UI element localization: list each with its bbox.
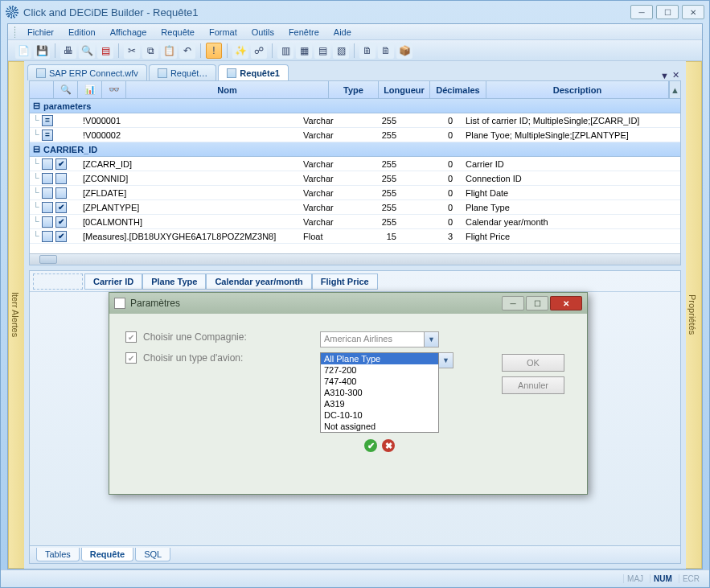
right-panel-tab[interactable]: Propriétés (686, 61, 702, 569)
panel3-icon[interactable]: ▤ (314, 43, 330, 59)
pivot-flight-price[interactable]: Flight Price (312, 273, 378, 290)
pdf-icon[interactable]: ▤ (97, 43, 113, 59)
dialog-minimize-button[interactable]: ─ (502, 296, 524, 310)
collapse-icon[interactable]: ⊟ (33, 144, 40, 154)
menu-fichier[interactable]: Fichier (21, 26, 60, 39)
col-nom[interactable]: Nom (126, 81, 329, 98)
row-checkbox[interactable] (55, 202, 67, 213)
dialog-maximize-button[interactable]: ☐ (526, 296, 548, 310)
list-option[interactable]: A310-300 (321, 387, 438, 398)
glasses-icon[interactable]: 👓 (102, 81, 126, 98)
paste-icon[interactable]: 📋 (161, 43, 177, 59)
grid-row[interactable]: └[ZPLANTYPE]Varchar2550Plane Type (30, 200, 680, 215)
list-option[interactable]: DC-10-10 (321, 409, 438, 421)
planetype-listbox[interactable]: All Plane Type727-200747-400A310-300A319… (320, 352, 439, 433)
company-combo[interactable]: American Airlines ▼ (320, 331, 439, 347)
doc1-icon[interactable]: 🗎 (359, 43, 376, 59)
pivot-dropzone[interactable] (33, 273, 83, 290)
menu-outils[interactable]: Outils (245, 26, 281, 39)
collapse-icon[interactable]: ⊟ (33, 101, 40, 111)
list-option[interactable]: All Plane Type (321, 353, 438, 364)
cut-icon[interactable]: ✂ (124, 43, 140, 59)
menu-affichage[interactable]: Affichage (104, 26, 154, 39)
save-icon[interactable]: 💾 (34, 43, 50, 59)
grid-row[interactable]: └!V000001Varchar2550List of carrier ID; … (30, 113, 680, 128)
dialog-close-button[interactable]: ✕ (550, 296, 582, 310)
row-checkbox[interactable] (42, 216, 53, 228)
grid-row[interactable]: └[0CALMONTH]Varchar2550Calendar year/mon… (30, 215, 680, 229)
panel1-icon[interactable]: ▥ (277, 43, 293, 59)
run-icon[interactable]: ! (206, 43, 222, 59)
tab-sql[interactable]: SQL (135, 548, 170, 561)
filetab-sap[interactable]: SAP ERP Connect.wfv (27, 64, 147, 80)
search-icon[interactable]: 🔍 (54, 81, 78, 98)
grid-row[interactable]: └[Measures].[DB18UXYGHE6A17L8POZ2MZ3N8]F… (30, 229, 680, 244)
tabs-close-icon[interactable]: ✕ (672, 70, 679, 80)
print-icon[interactable]: 🖶 (60, 43, 76, 59)
link-icon[interactable]: ☍ (251, 43, 267, 59)
grid-row[interactable]: └[ZFLDATE]Varchar2550Flight Date (30, 186, 680, 200)
menu-requete[interactable]: Requête (154, 26, 201, 39)
grid-section[interactable]: ⊟ CARRIER_ID (30, 142, 680, 157)
col-decimales[interactable]: Décimales (430, 81, 486, 98)
confirm-ok-icon[interactable]: ✔ (364, 439, 377, 452)
filetab-requete-short[interactable]: Requêt… (149, 64, 216, 80)
ok-button[interactable]: OK (502, 354, 564, 372)
filetab-requete1[interactable]: Requête1 (218, 64, 289, 80)
list-option[interactable]: 747-400 (321, 376, 438, 387)
pivot-plane-type[interactable]: Plane Type (142, 273, 206, 290)
row-checkbox[interactable] (42, 187, 53, 199)
row-checkbox[interactable] (42, 202, 53, 213)
grid-row[interactable]: └[ZCONNID]Varchar2550Connection ID (30, 171, 680, 186)
row-checkbox[interactable] (55, 187, 67, 199)
doc2-icon[interactable]: 🗎 (378, 43, 394, 59)
box-icon[interactable]: 📦 (396, 43, 412, 59)
dialog-titlebar[interactable]: Paramètres ─ ☐ ✕ (109, 293, 587, 314)
grid-section[interactable]: ⊟ parameters (30, 99, 680, 113)
chevron-down-icon[interactable]: ▼ (424, 332, 438, 347)
confirm-cancel-icon[interactable]: ✖ (382, 439, 395, 452)
horizontal-scrollbar[interactable] (30, 253, 680, 265)
preview-icon[interactable]: 🔍 (79, 43, 95, 59)
row-checkbox[interactable] (42, 130, 53, 141)
row-checkbox[interactable] (55, 158, 67, 170)
grid-row[interactable]: └!V000002Varchar2550Plane Tyoe; Multiple… (30, 128, 680, 142)
scroll-up-icon[interactable]: ▲ (669, 81, 680, 98)
minimize-button[interactable]: ─ (630, 5, 653, 19)
maximize-button[interactable]: ☐ (656, 5, 679, 19)
close-button[interactable]: ✕ (682, 5, 704, 19)
col-longueur[interactable]: Longueur (379, 81, 430, 98)
cancel-button[interactable]: Annuler (502, 376, 564, 394)
col-description[interactable]: Description (486, 81, 669, 98)
menu-aide[interactable]: Aide (327, 26, 358, 39)
chart-icon[interactable]: 📊 (78, 81, 102, 98)
undo-icon[interactable]: ↶ (179, 43, 195, 59)
row-checkbox[interactable] (42, 173, 53, 184)
new-icon[interactable]: 📄 (15, 43, 31, 59)
col-type[interactable]: Type (329, 81, 379, 98)
tab-tables[interactable]: Tables (36, 548, 80, 561)
chevron-down-icon[interactable]: ▼ (439, 352, 453, 368)
row-checkbox[interactable] (42, 115, 53, 126)
pivot-cal-month[interactable]: Calendar year/month (206, 273, 311, 290)
wizard-icon[interactable]: ✨ (232, 43, 248, 59)
list-option[interactable]: 727-200 (321, 364, 438, 376)
panel2-icon[interactable]: ▦ (296, 43, 312, 59)
menu-edition[interactable]: Edition (62, 26, 102, 39)
pivot-carrier-id[interactable]: Carrier ID (84, 273, 142, 290)
row-checkbox[interactable] (55, 216, 67, 228)
row-checkbox[interactable] (42, 231, 53, 242)
menu-fenetre[interactable]: Fenêtre (282, 26, 326, 39)
row-checkbox[interactable] (42, 158, 53, 170)
copy-icon[interactable]: ⧉ (142, 43, 158, 59)
row-checkbox[interactable] (55, 231, 67, 242)
menu-format[interactable]: Format (203, 26, 244, 39)
row-checkbox[interactable] (55, 173, 67, 184)
panel4-icon[interactable]: ▧ (333, 43, 349, 59)
left-panel-tab[interactable]: Iterr Alertes (8, 61, 24, 569)
company-checkbox[interactable] (125, 331, 137, 343)
tabs-dropdown-icon[interactable]: ▼ (660, 71, 669, 80)
list-option[interactable]: A319 (321, 398, 438, 409)
tab-requete[interactable]: Requête (81, 548, 133, 561)
list-option[interactable]: Not assigned (321, 421, 438, 432)
